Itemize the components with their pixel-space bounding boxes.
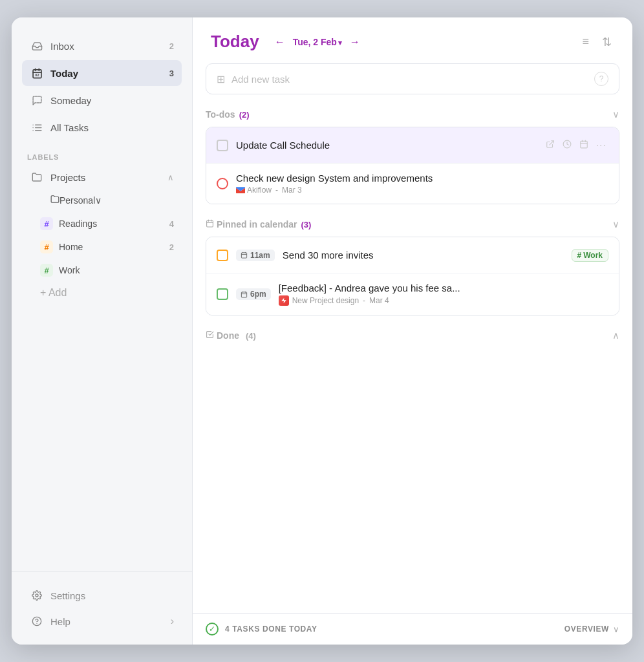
done-section-header[interactable]: Done (4) ∧	[193, 326, 632, 348]
settings-nav-item[interactable]: Settings	[22, 582, 182, 608]
personal-label: Personal	[59, 195, 95, 206]
svg-text:02: 02	[35, 73, 39, 77]
task-title: Check new design System and improvements	[236, 173, 608, 184]
project-icon	[279, 295, 289, 306]
task-item[interactable]: 11am Send 30 more invites # Work	[206, 237, 619, 273]
task-content: Send 30 more invites	[283, 250, 564, 261]
personal-chevron: ∨	[95, 195, 102, 206]
add-task-bar[interactable]: ⊞ Add new task ?	[206, 63, 619, 94]
sidebar-item-today[interactable]: 02 Today 3	[22, 60, 182, 86]
date-prev-button[interactable]: ←	[272, 35, 288, 49]
sidebar-item-personal[interactable]: Personal ∨	[22, 189, 182, 211]
svg-rect-16	[580, 141, 587, 148]
pinned-section-title: Pinned in calendar (3)	[217, 219, 311, 230]
task-checkbox[interactable]	[217, 178, 228, 189]
readings-label: Readings	[59, 219, 97, 229]
projects-chevron: ∧	[167, 173, 174, 182]
done-section-title: Done (4)	[217, 330, 256, 341]
todos-section-title: To-dos (2)	[206, 109, 250, 120]
clock-icon[interactable]	[561, 138, 574, 153]
inbox-label: Inbox	[50, 41, 74, 52]
add-label-text: + Add	[40, 287, 67, 299]
menu-icon-button[interactable]: ≡	[579, 32, 592, 51]
task-content: [Feedback] - Andrea gave you his fee sa.…	[279, 283, 608, 306]
date-label[interactable]: Tue, 2 Feb▾	[293, 37, 342, 47]
footer-overview-chevron: ∨	[613, 625, 619, 634]
done-chevron[interactable]: ∧	[612, 330, 619, 341]
add-label-button[interactable]: + Add	[22, 282, 182, 304]
help-nav-item[interactable]: Help ›	[22, 608, 182, 634]
settings-label: Settings	[50, 590, 85, 601]
main-footer: ✓ 4 TASKS DONE TODAY OVERVIEW ∨	[193, 613, 632, 645]
svg-line-14	[549, 141, 553, 145]
task-checkbox[interactable]	[217, 140, 228, 151]
main-header: Today ← Tue, 2 Feb▾ → ≡ ⇅	[193, 17, 632, 58]
pinned-task-list: 11am Send 30 more invites # Work 6pm	[206, 237, 619, 315]
svg-rect-28	[241, 292, 246, 297]
home-label: Home	[59, 242, 83, 252]
home-badge: 2	[169, 242, 174, 252]
sidebar-item-readings[interactable]: # Readings 4	[22, 212, 182, 235]
sidebar-nav: Inbox 2 02 Today 3 Someday Al	[12, 33, 192, 142]
inbox-badge: 2	[161, 41, 174, 51]
task-checkbox[interactable]	[217, 288, 228, 300]
footer-overview-button[interactable]: OVERVIEW ∨	[564, 625, 619, 634]
sidebar-item-someday[interactable]: Someday	[22, 87, 182, 113]
calendar-icon[interactable]	[577, 138, 590, 153]
sidebar-bottom: Settings Help ›	[12, 571, 192, 645]
svg-marker-32	[281, 298, 286, 303]
work-tag[interactable]: # Work	[572, 249, 608, 262]
task-item[interactable]: Check new design System and improvements…	[206, 164, 619, 204]
sidebar-labels: Projects ∧ Personal ∨ # Readings 4 #	[12, 165, 192, 282]
task-title: Update Call Schedule	[236, 140, 536, 151]
footer-overview-label: OVERVIEW	[564, 625, 609, 634]
svg-rect-24	[241, 253, 246, 258]
sort-icon-button[interactable]: ⇅	[599, 32, 614, 52]
footer-tasks-done: 4 TASKS DONE TODAY	[225, 625, 317, 634]
sidebar-item-inbox[interactable]: Inbox 2	[22, 33, 182, 59]
task-meta: New Project design - Mar 4	[279, 295, 608, 306]
sidebar-item-all-tasks[interactable]: All Tasks	[22, 114, 182, 140]
inbox-icon	[30, 39, 44, 53]
task-time-badge: 6pm	[236, 288, 271, 300]
page-title: Today	[211, 32, 259, 52]
work-label: Work	[59, 265, 80, 275]
main-content: Today ← Tue, 2 Feb▾ → ≡ ⇅ ⊞ Add new task…	[193, 17, 632, 645]
help-icon	[30, 614, 44, 628]
task-checkbox[interactable]	[217, 250, 228, 261]
svg-rect-20	[207, 220, 213, 227]
task-meta-app: Akiflow	[236, 186, 272, 195]
all-tasks-label: All Tasks	[50, 122, 89, 133]
pinned-section-header[interactable]: Pinned in calendar (3) ∨	[193, 215, 632, 237]
add-task-help-icon[interactable]: ?	[594, 72, 608, 86]
projects-icon	[30, 170, 44, 184]
readings-hash-icon: #	[40, 217, 53, 230]
more-icon[interactable]: ···	[594, 138, 608, 153]
pinned-chevron[interactable]: ∨	[612, 219, 619, 230]
all-tasks-icon	[30, 120, 44, 134]
todos-count: (2)	[239, 110, 250, 120]
task-meta: Akiflow - Mar 3	[236, 186, 608, 195]
todos-chevron[interactable]: ∨	[612, 109, 619, 120]
calendar-section-icon	[206, 219, 214, 230]
task-title: [Feedback] - Andrea gave you his fee sa.…	[279, 283, 608, 294]
done-count: (4)	[246, 331, 256, 341]
todos-task-list: Update Call Schedule ···	[206, 127, 619, 204]
sidebar-item-projects[interactable]: Projects ∧	[22, 165, 182, 189]
home-hash-icon: #	[40, 240, 53, 253]
settings-icon	[30, 588, 44, 603]
sidebar-item-home[interactable]: # Home 2	[22, 235, 182, 259]
today-icon: 02	[30, 66, 44, 80]
work-hash-icon: #	[40, 264, 53, 277]
external-link-icon[interactable]	[544, 138, 557, 153]
labels-section-header: LABELS	[12, 142, 192, 165]
sidebar: Inbox 2 02 Today 3 Someday Al	[12, 17, 193, 645]
add-task-icon: ⊞	[217, 73, 225, 85]
date-next-button[interactable]: →	[347, 35, 363, 49]
sidebar-item-work[interactable]: # Work	[22, 259, 182, 282]
task-item[interactable]: Update Call Schedule ···	[206, 127, 619, 164]
task-item[interactable]: 6pm [Feedback] - Andrea gave you his fee…	[206, 273, 619, 315]
readings-badge: 4	[169, 219, 174, 229]
task-content: Check new design System and improvements…	[236, 173, 608, 195]
todos-section-header[interactable]: To-dos (2) ∨	[193, 105, 632, 127]
